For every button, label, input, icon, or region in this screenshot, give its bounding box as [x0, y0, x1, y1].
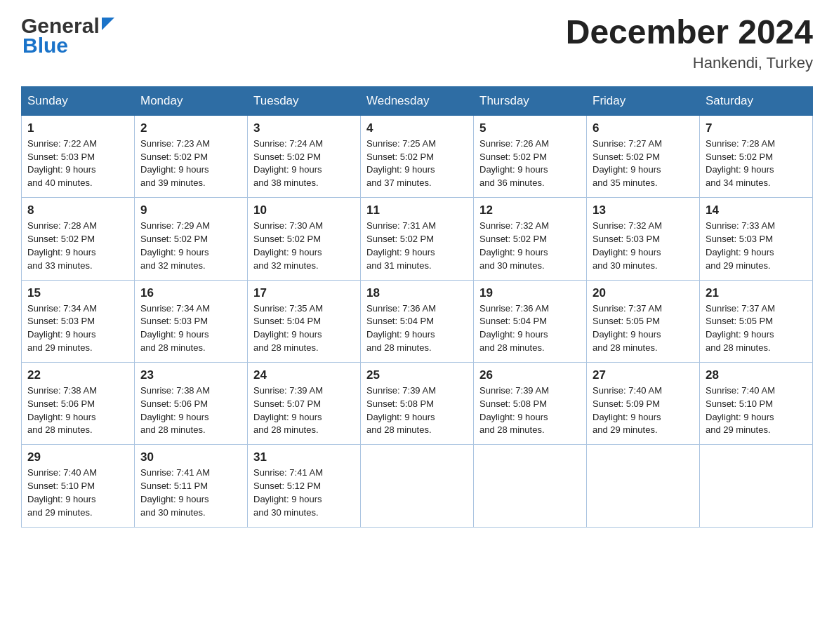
day-number: 18 [366, 286, 468, 300]
day-number: 11 [366, 203, 468, 217]
calendar-cell: 17Sunrise: 7:35 AMSunset: 5:04 PMDayligh… [248, 280, 361, 362]
calendar-cell: 30Sunrise: 7:41 AMSunset: 5:11 PMDayligh… [135, 445, 248, 527]
day-info: Sunrise: 7:34 AMSunset: 5:03 PMDaylight:… [27, 303, 97, 354]
day-info: Sunrise: 7:28 AMSunset: 5:02 PMDaylight:… [27, 220, 97, 271]
day-number: 9 [140, 203, 241, 217]
day-info: Sunrise: 7:38 AMSunset: 5:06 PMDaylight:… [27, 385, 97, 436]
calendar-cell [361, 445, 474, 527]
day-info: Sunrise: 7:25 AMSunset: 5:02 PMDaylight:… [366, 138, 436, 189]
day-info: Sunrise: 7:35 AMSunset: 5:04 PMDaylight:… [253, 303, 323, 354]
day-info: Sunrise: 7:27 AMSunset: 5:02 PMDaylight:… [593, 138, 662, 189]
day-number: 22 [27, 368, 128, 382]
calendar-cell: 24Sunrise: 7:39 AMSunset: 5:07 PMDayligh… [248, 362, 361, 444]
day-info: Sunrise: 7:40 AMSunset: 5:09 PMDaylight:… [593, 385, 662, 436]
day-number: 31 [253, 450, 355, 464]
day-info: Sunrise: 7:33 AMSunset: 5:03 PMDaylight:… [706, 220, 775, 271]
logo: General Blue [21, 14, 117, 58]
calendar-cell: 25Sunrise: 7:39 AMSunset: 5:08 PMDayligh… [361, 362, 474, 444]
calendar-cell: 6Sunrise: 7:27 AMSunset: 5:02 PMDaylight… [587, 115, 700, 197]
calendar-week-2: 8Sunrise: 7:28 AMSunset: 5:02 PMDaylight… [22, 198, 813, 280]
calendar-cell: 21Sunrise: 7:37 AMSunset: 5:05 PMDayligh… [700, 280, 813, 362]
day-info: Sunrise: 7:31 AMSunset: 5:02 PMDaylight:… [366, 220, 436, 271]
calendar-cell [587, 445, 700, 527]
day-number: 7 [706, 121, 807, 135]
calendar-cell: 2Sunrise: 7:23 AMSunset: 5:02 PMDaylight… [135, 115, 248, 197]
weekday-header-saturday: Saturday [700, 86, 813, 115]
page-header: General Blue December 2024 Hankendi, Tur… [21, 14, 813, 72]
day-info: Sunrise: 7:23 AMSunset: 5:02 PMDaylight:… [140, 138, 210, 189]
day-number: 21 [706, 286, 807, 300]
day-info: Sunrise: 7:41 AMSunset: 5:12 PMDaylight:… [253, 467, 323, 518]
calendar-cell: 14Sunrise: 7:33 AMSunset: 5:03 PMDayligh… [700, 198, 813, 280]
day-number: 2 [140, 121, 241, 135]
day-info: Sunrise: 7:39 AMSunset: 5:08 PMDaylight:… [366, 385, 436, 436]
calendar-cell: 9Sunrise: 7:29 AMSunset: 5:02 PMDaylight… [135, 198, 248, 280]
calendar-cell: 29Sunrise: 7:40 AMSunset: 5:10 PMDayligh… [22, 445, 135, 527]
day-number: 3 [253, 121, 355, 135]
day-info: Sunrise: 7:36 AMSunset: 5:04 PMDaylight:… [479, 303, 549, 354]
day-info: Sunrise: 7:34 AMSunset: 5:03 PMDaylight:… [140, 303, 210, 354]
day-info: Sunrise: 7:39 AMSunset: 5:07 PMDaylight:… [253, 385, 323, 436]
calendar-week-1: 1Sunrise: 7:22 AMSunset: 5:03 PMDaylight… [22, 115, 813, 197]
calendar-week-5: 29Sunrise: 7:40 AMSunset: 5:10 PMDayligh… [22, 445, 813, 527]
day-number: 23 [140, 368, 241, 382]
day-number: 10 [253, 203, 355, 217]
day-number: 20 [593, 286, 694, 300]
calendar-cell: 4Sunrise: 7:25 AMSunset: 5:02 PMDaylight… [361, 115, 474, 197]
day-number: 15 [27, 286, 128, 300]
calendar-cell: 18Sunrise: 7:36 AMSunset: 5:04 PMDayligh… [361, 280, 474, 362]
day-number: 19 [479, 286, 581, 300]
day-info: Sunrise: 7:41 AMSunset: 5:11 PMDaylight:… [140, 467, 210, 518]
day-number: 6 [593, 121, 694, 135]
day-info: Sunrise: 7:36 AMSunset: 5:04 PMDaylight:… [366, 303, 436, 354]
day-info: Sunrise: 7:40 AMSunset: 5:10 PMDaylight:… [706, 385, 775, 436]
day-info: Sunrise: 7:22 AMSunset: 5:03 PMDaylight:… [27, 138, 97, 189]
month-title: December 2024 [566, 14, 813, 51]
calendar-cell: 7Sunrise: 7:28 AMSunset: 5:02 PMDaylight… [700, 115, 813, 197]
day-number: 14 [706, 203, 807, 217]
calendar-cell: 12Sunrise: 7:32 AMSunset: 5:02 PMDayligh… [474, 198, 587, 280]
day-info: Sunrise: 7:28 AMSunset: 5:02 PMDaylight:… [706, 138, 775, 189]
calendar-cell: 11Sunrise: 7:31 AMSunset: 5:02 PMDayligh… [361, 198, 474, 280]
day-number: 30 [140, 450, 241, 464]
day-info: Sunrise: 7:30 AMSunset: 5:02 PMDaylight:… [253, 220, 323, 271]
day-number: 16 [140, 286, 241, 300]
calendar-cell: 16Sunrise: 7:34 AMSunset: 5:03 PMDayligh… [135, 280, 248, 362]
calendar-cell: 23Sunrise: 7:38 AMSunset: 5:06 PMDayligh… [135, 362, 248, 444]
day-info: Sunrise: 7:29 AMSunset: 5:02 PMDaylight:… [140, 220, 210, 271]
day-info: Sunrise: 7:39 AMSunset: 5:08 PMDaylight:… [479, 385, 549, 436]
weekday-header-sunday: Sunday [22, 86, 135, 115]
day-number: 27 [593, 368, 694, 382]
weekday-header-wednesday: Wednesday [361, 86, 474, 115]
day-number: 1 [27, 121, 128, 135]
day-number: 13 [593, 203, 694, 217]
day-number: 8 [27, 203, 128, 217]
weekday-header-tuesday: Tuesday [248, 86, 361, 115]
day-info: Sunrise: 7:24 AMSunset: 5:02 PMDaylight:… [253, 138, 323, 189]
day-number: 26 [479, 368, 581, 382]
day-number: 25 [366, 368, 468, 382]
calendar-cell: 28Sunrise: 7:40 AMSunset: 5:10 PMDayligh… [700, 362, 813, 444]
calendar-table: SundayMondayTuesdayWednesdayThursdayFrid… [21, 86, 813, 528]
day-info: Sunrise: 7:26 AMSunset: 5:02 PMDaylight:… [479, 138, 549, 189]
calendar-cell: 5Sunrise: 7:26 AMSunset: 5:02 PMDaylight… [474, 115, 587, 197]
calendar-cell [474, 445, 587, 527]
day-number: 12 [479, 203, 581, 217]
day-number: 4 [366, 121, 468, 135]
weekday-header-thursday: Thursday [474, 86, 587, 115]
calendar-week-4: 22Sunrise: 7:38 AMSunset: 5:06 PMDayligh… [22, 362, 813, 444]
logo-blue-text: Blue [22, 34, 68, 58]
calendar-cell: 31Sunrise: 7:41 AMSunset: 5:12 PMDayligh… [248, 445, 361, 527]
calendar-cell: 19Sunrise: 7:36 AMSunset: 5:04 PMDayligh… [474, 280, 587, 362]
day-info: Sunrise: 7:38 AMSunset: 5:06 PMDaylight:… [140, 385, 210, 436]
day-info: Sunrise: 7:40 AMSunset: 5:10 PMDaylight:… [27, 467, 97, 518]
calendar-cell: 15Sunrise: 7:34 AMSunset: 5:03 PMDayligh… [22, 280, 135, 362]
logo-arrow-icon [102, 18, 117, 36]
svg-marker-0 [102, 18, 114, 30]
calendar-cell [700, 445, 813, 527]
day-info: Sunrise: 7:32 AMSunset: 5:03 PMDaylight:… [593, 220, 662, 271]
day-info: Sunrise: 7:37 AMSunset: 5:05 PMDaylight:… [706, 303, 775, 354]
calendar-cell: 1Sunrise: 7:22 AMSunset: 5:03 PMDaylight… [22, 115, 135, 197]
day-number: 29 [27, 450, 128, 464]
day-number: 17 [253, 286, 355, 300]
